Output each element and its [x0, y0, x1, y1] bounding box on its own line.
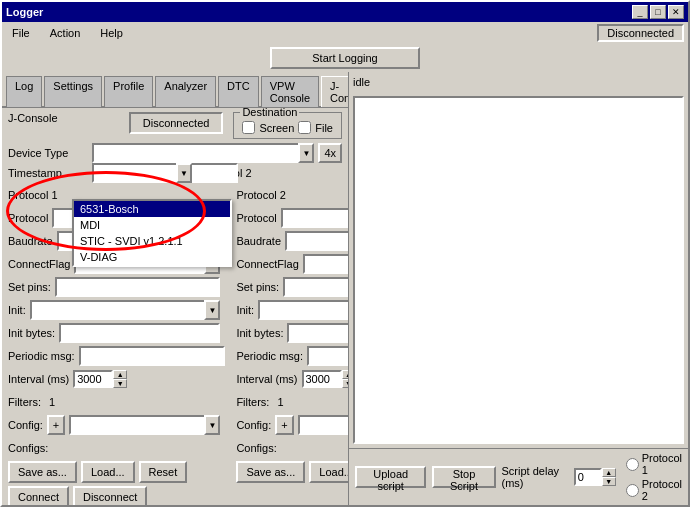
protocol-input-2[interactable]: [281, 208, 348, 228]
periodicmsg-label-1: Periodic msg:: [8, 350, 75, 362]
config-combo-2[interactable]: ▼: [298, 415, 348, 435]
filters-label-2: Filters:: [236, 396, 269, 408]
periodicmsg-row-2: Periodic msg:: [236, 346, 348, 366]
maximize-button[interactable]: □: [650, 5, 666, 19]
disconnected-button[interactable]: Disconnected: [129, 112, 224, 134]
configs-row-1: Configs:: [8, 438, 220, 458]
init-combo-2[interactable]: ▼: [258, 300, 348, 320]
tab-jconsole[interactable]: J-Console: [321, 76, 348, 107]
script-delay-up[interactable]: ▲: [602, 468, 616, 477]
menu-disconnected-badge: Disconnected: [597, 24, 684, 42]
interval-up-1[interactable]: ▲: [113, 370, 127, 379]
setpins-input-1[interactable]: [55, 277, 221, 297]
configs-row-2: Configs:: [236, 438, 348, 458]
4x-button[interactable]: 4x: [318, 143, 342, 163]
config-combo-1[interactable]: ▼: [69, 415, 220, 435]
init-combo-1[interactable]: ▼: [30, 300, 221, 320]
dropdown-item-stic[interactable]: STIC - SVDI v1.2.1.1: [74, 233, 230, 249]
timestamp-input[interactable]: [92, 163, 238, 183]
connectflag-combo-2[interactable]: ▼: [303, 254, 348, 274]
device-type-arrow[interactable]: ▼: [298, 143, 314, 163]
device-type-combo[interactable]: ▼: [92, 143, 314, 163]
interval-input-1[interactable]: [73, 370, 113, 388]
connectflag-input-2[interactable]: [303, 254, 348, 274]
init-label-1: Init:: [8, 304, 26, 316]
radio-protocol2[interactable]: [626, 484, 639, 497]
baudrate-label-1: Baudrate: [8, 235, 53, 247]
radio-protocol2-label[interactable]: Protocol 2: [626, 478, 682, 502]
script-delay-down[interactable]: ▼: [602, 477, 616, 486]
config-label-1: Config:: [8, 419, 43, 431]
timestamp-arrow[interactable]: ▼: [176, 163, 192, 183]
script-delay-spinner[interactable]: ▲ ▼: [574, 468, 616, 486]
setpins-input-2[interactable]: [283, 277, 348, 297]
load-btn-1[interactable]: Load...: [81, 461, 135, 483]
dropdown-item-mdi[interactable]: MDI: [74, 217, 230, 233]
reset-btn-1[interactable]: Reset: [139, 461, 188, 483]
periodicmsg-input-1[interactable]: [79, 346, 225, 366]
interval-input-2[interactable]: [302, 370, 342, 388]
tab-dtc[interactable]: DTC: [218, 76, 259, 107]
tab-log[interactable]: Log: [6, 76, 42, 107]
radio-protocol1[interactable]: [626, 458, 639, 471]
init-arrow-1[interactable]: ▼: [204, 300, 220, 320]
interval-down-1[interactable]: ▼: [113, 379, 127, 388]
init-input-2[interactable]: [258, 300, 348, 320]
save-as-btn-1[interactable]: Save as...: [8, 461, 77, 483]
timestamp-combo[interactable]: ▼: [92, 163, 192, 183]
baudrate-combo-2[interactable]: ▼: [285, 231, 348, 251]
config-input-2[interactable]: [298, 415, 348, 435]
interval-updown-1[interactable]: ▲ ▼: [113, 370, 127, 388]
setpins-label-1: Set pins:: [8, 281, 51, 293]
periodicmsg-input-2[interactable]: [307, 346, 348, 366]
load-btn-2[interactable]: Load...: [309, 461, 348, 483]
interval-spinner-2[interactable]: ▲ ▼: [302, 370, 349, 388]
init-input-1[interactable]: [30, 300, 221, 320]
upload-script-btn[interactable]: Upload script: [355, 466, 426, 488]
tab-profile[interactable]: Profile: [104, 76, 153, 107]
initbytes-label-1: Init bytes:: [8, 327, 55, 339]
menu-action[interactable]: Action: [44, 25, 87, 41]
radio-protocol1-label[interactable]: Protocol 1: [626, 452, 682, 476]
script-delay-updown[interactable]: ▲ ▼: [602, 468, 616, 486]
radio-protocol1-text: Protocol 1: [642, 452, 682, 476]
protocol-combo-2[interactable]: ▼: [281, 208, 348, 228]
menu-file[interactable]: File: [6, 25, 36, 41]
filters-label-1: Filters:: [8, 396, 41, 408]
interval-spinner-1[interactable]: ▲ ▼: [73, 370, 127, 388]
periodicmsg-row-1: Periodic msg:: [8, 346, 220, 366]
config-plus-btn-1[interactable]: +: [47, 415, 65, 435]
stop-script-btn[interactable]: Stop Script: [432, 466, 495, 488]
dropdown-item-vdiag[interactable]: V-DIAG: [74, 249, 230, 265]
config-plus-btn-2[interactable]: +: [275, 415, 293, 435]
setpins-label-2: Set pins:: [236, 281, 279, 293]
interval-row-2: Interval (ms) ▲ ▼: [236, 369, 348, 389]
screen-checkbox[interactable]: [242, 121, 255, 134]
connect-btn[interactable]: Connect: [8, 486, 69, 505]
device-type-input[interactable]: [92, 143, 314, 163]
config-arrow-1[interactable]: ▼: [204, 415, 220, 435]
script-delay-input[interactable]: [574, 468, 602, 486]
close-button[interactable]: ✕: [668, 5, 684, 19]
disconnect-btn[interactable]: Disconnect: [73, 486, 147, 505]
dropdown-item-6531[interactable]: 6531-Bosch: [74, 201, 230, 217]
tab-settings[interactable]: Settings: [44, 76, 102, 107]
minimize-button[interactable]: _: [632, 5, 648, 19]
file-checkbox[interactable]: [298, 121, 311, 134]
initbytes-input-1[interactable]: [59, 323, 220, 343]
config-input-1[interactable]: [69, 415, 220, 435]
config-label-2: Config:: [236, 419, 271, 431]
right-content-area: [353, 96, 684, 444]
device-type-dropdown[interactable]: 6531-Bosch MDI STIC - SVDI v1.2.1.1 V-DI…: [72, 199, 232, 267]
save-as-btn-2[interactable]: Save as...: [236, 461, 305, 483]
tab-analyzer[interactable]: Analyzer: [155, 76, 216, 107]
initbytes-label-2: Init bytes:: [236, 327, 283, 339]
baudrate-input-2[interactable]: [285, 231, 348, 251]
tab-vpw-console[interactable]: VPW Console: [261, 76, 319, 107]
title-bar: Logger _ □ ✕: [2, 2, 688, 22]
bottom-btns-1: Save as... Load... Reset: [8, 461, 220, 483]
start-logging-button[interactable]: Start Logging: [270, 47, 419, 69]
setpins-row-1: Set pins:: [8, 277, 220, 297]
initbytes-input-2[interactable]: [287, 323, 348, 343]
menu-help[interactable]: Help: [94, 25, 129, 41]
